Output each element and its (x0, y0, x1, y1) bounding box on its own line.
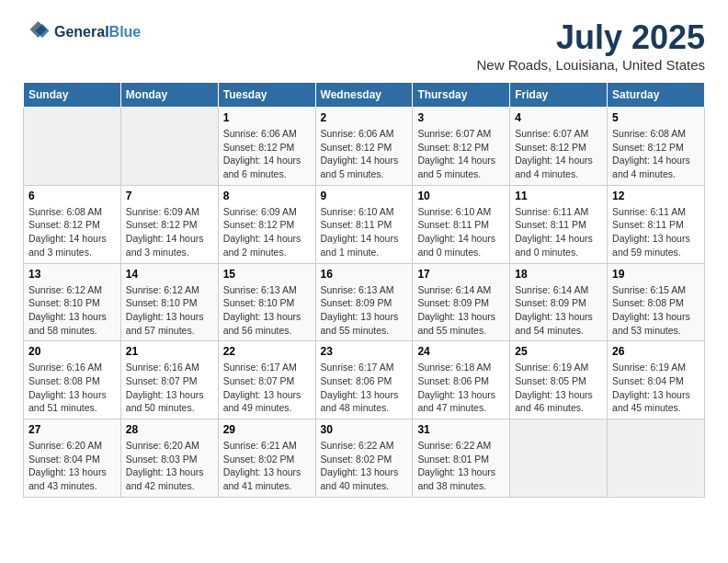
day-cell: 30Sunrise: 6:22 AMSunset: 8:02 PMDayligh… (315, 419, 413, 498)
day-info: Sunrise: 6:18 AMSunset: 8:06 PMDaylight:… (417, 361, 505, 415)
week-row-4: 20Sunrise: 6:16 AMSunset: 8:08 PMDayligh… (24, 341, 705, 419)
day-info: Sunrise: 6:06 AMSunset: 8:12 PMDaylight:… (223, 127, 311, 181)
day-info: Sunrise: 6:13 AMSunset: 8:10 PMDaylight:… (223, 283, 311, 338)
day-number: 24 (417, 345, 505, 358)
calendar-table: SundayMondayTuesdayWednesdayThursdayFrid… (23, 82, 705, 498)
day-info: Sunrise: 6:06 AMSunset: 8:12 PMDaylight:… (321, 127, 408, 181)
day-info: Sunrise: 6:20 AMSunset: 8:03 PMDaylight:… (126, 439, 213, 493)
day-number: 27 (28, 423, 116, 436)
day-cell (608, 419, 705, 498)
day-info: Sunrise: 6:10 AMSunset: 8:11 PMDaylight:… (417, 205, 505, 259)
day-number: 10 (417, 190, 505, 202)
day-cell (24, 108, 121, 186)
day-cell: 7Sunrise: 6:09 AMSunset: 8:12 PMDaylight… (120, 185, 218, 263)
day-cell: 5Sunrise: 6:08 AMSunset: 8:12 PMDaylight… (608, 108, 705, 186)
day-info: Sunrise: 6:13 AMSunset: 8:09 PMDaylight:… (321, 283, 408, 338)
day-cell: 31Sunrise: 6:22 AMSunset: 8:01 PMDayligh… (413, 419, 510, 498)
day-cell: 20Sunrise: 6:16 AMSunset: 8:08 PMDayligh… (24, 341, 121, 419)
day-number: 23 (321, 345, 408, 358)
day-number: 9 (321, 190, 408, 202)
day-info: Sunrise: 6:07 AMSunset: 8:12 PMDaylight:… (417, 127, 505, 181)
day-number: 1 (223, 111, 311, 124)
page-header: GeneralBlue July 2025 New Roads, Louisia… (23, 18, 705, 73)
day-info: Sunrise: 6:08 AMSunset: 8:12 PMDaylight:… (612, 127, 700, 181)
day-info: Sunrise: 6:14 AMSunset: 8:09 PMDaylight:… (417, 283, 505, 338)
day-info: Sunrise: 6:17 AMSunset: 8:07 PMDaylight:… (223, 361, 311, 415)
day-info: Sunrise: 6:16 AMSunset: 8:08 PMDaylight:… (28, 361, 116, 415)
day-info: Sunrise: 6:08 AMSunset: 8:12 PMDaylight:… (28, 205, 116, 259)
calendar-header: SundayMondayTuesdayWednesdayThursdayFrid… (24, 83, 705, 108)
day-cell: 8Sunrise: 6:09 AMSunset: 8:12 PMDaylight… (218, 185, 315, 263)
header-cell-friday: Friday (510, 83, 608, 108)
day-cell: 14Sunrise: 6:12 AMSunset: 8:10 PMDayligh… (120, 263, 218, 341)
day-number: 28 (126, 423, 213, 436)
day-cell: 26Sunrise: 6:19 AMSunset: 8:04 PMDayligh… (608, 341, 705, 419)
day-cell: 22Sunrise: 6:17 AMSunset: 8:07 PMDayligh… (218, 341, 315, 419)
day-cell: 15Sunrise: 6:13 AMSunset: 8:10 PMDayligh… (218, 263, 315, 341)
logo-text: GeneralBlue (54, 23, 141, 40)
day-number: 7 (126, 190, 213, 202)
week-row-3: 13Sunrise: 6:12 AMSunset: 8:10 PMDayligh… (24, 263, 705, 341)
day-number: 30 (321, 423, 408, 436)
day-info: Sunrise: 6:14 AMSunset: 8:09 PMDaylight:… (515, 283, 602, 338)
day-cell: 4Sunrise: 6:07 AMSunset: 8:12 PMDaylight… (510, 108, 608, 186)
day-info: Sunrise: 6:09 AMSunset: 8:12 PMDaylight:… (223, 205, 311, 259)
day-cell: 2Sunrise: 6:06 AMSunset: 8:12 PMDaylight… (315, 108, 413, 186)
day-info: Sunrise: 6:11 AMSunset: 8:11 PMDaylight:… (612, 205, 700, 259)
day-number: 8 (223, 190, 311, 202)
month-title: July 2025 (477, 18, 705, 57)
day-cell (120, 108, 218, 186)
day-number: 22 (223, 345, 311, 358)
day-info: Sunrise: 6:10 AMSunset: 8:11 PMDaylight:… (321, 205, 408, 259)
day-cell: 25Sunrise: 6:19 AMSunset: 8:05 PMDayligh… (510, 341, 608, 419)
day-info: Sunrise: 6:12 AMSunset: 8:10 PMDaylight:… (28, 283, 116, 338)
day-info: Sunrise: 6:22 AMSunset: 8:01 PMDaylight:… (417, 439, 505, 493)
location-title: New Roads, Louisiana, United States (477, 57, 705, 73)
day-cell: 18Sunrise: 6:14 AMSunset: 8:09 PMDayligh… (510, 263, 608, 341)
day-info: Sunrise: 6:21 AMSunset: 8:02 PMDaylight:… (223, 439, 311, 493)
day-number: 4 (515, 111, 602, 124)
day-info: Sunrise: 6:17 AMSunset: 8:06 PMDaylight:… (321, 361, 408, 415)
day-info: Sunrise: 6:16 AMSunset: 8:07 PMDaylight:… (126, 361, 213, 415)
title-block: July 2025 New Roads, Louisiana, United S… (477, 18, 705, 73)
header-cell-tuesday: Tuesday (218, 83, 315, 108)
day-cell: 1Sunrise: 6:06 AMSunset: 8:12 PMDaylight… (218, 108, 315, 186)
day-number: 11 (515, 190, 602, 202)
day-number: 13 (28, 268, 116, 281)
day-number: 15 (223, 268, 311, 281)
day-number: 31 (417, 423, 505, 436)
day-cell: 9Sunrise: 6:10 AMSunset: 8:11 PMDaylight… (315, 185, 413, 263)
day-cell: 27Sunrise: 6:20 AMSunset: 8:04 PMDayligh… (24, 419, 121, 498)
day-info: Sunrise: 6:11 AMSunset: 8:11 PMDaylight:… (515, 205, 602, 259)
day-number: 26 (612, 345, 700, 358)
day-cell: 13Sunrise: 6:12 AMSunset: 8:10 PMDayligh… (24, 263, 121, 341)
day-info: Sunrise: 6:09 AMSunset: 8:12 PMDaylight:… (126, 205, 213, 259)
day-cell: 16Sunrise: 6:13 AMSunset: 8:09 PMDayligh… (315, 263, 413, 341)
day-number: 21 (126, 345, 213, 358)
week-row-5: 27Sunrise: 6:20 AMSunset: 8:04 PMDayligh… (24, 419, 705, 498)
header-cell-monday: Monday (120, 83, 218, 108)
day-number: 29 (223, 423, 311, 436)
day-cell: 21Sunrise: 6:16 AMSunset: 8:07 PMDayligh… (120, 341, 218, 419)
day-number: 12 (612, 190, 700, 202)
day-number: 5 (612, 111, 700, 124)
day-info: Sunrise: 6:15 AMSunset: 8:08 PMDaylight:… (612, 283, 700, 338)
calendar-body: 1Sunrise: 6:06 AMSunset: 8:12 PMDaylight… (24, 108, 705, 498)
day-cell: 12Sunrise: 6:11 AMSunset: 8:11 PMDayligh… (608, 185, 705, 263)
week-row-1: 1Sunrise: 6:06 AMSunset: 8:12 PMDaylight… (24, 108, 705, 186)
day-number: 19 (612, 268, 700, 281)
day-number: 14 (126, 268, 213, 281)
day-number: 20 (28, 345, 116, 358)
day-number: 25 (515, 345, 602, 358)
week-row-2: 6Sunrise: 6:08 AMSunset: 8:12 PMDaylight… (24, 185, 705, 263)
day-info: Sunrise: 6:20 AMSunset: 8:04 PMDaylight:… (28, 439, 116, 493)
day-number: 6 (28, 190, 116, 202)
day-cell: 10Sunrise: 6:10 AMSunset: 8:11 PMDayligh… (413, 185, 510, 263)
day-cell: 28Sunrise: 6:20 AMSunset: 8:03 PMDayligh… (120, 419, 218, 498)
day-cell: 19Sunrise: 6:15 AMSunset: 8:08 PMDayligh… (608, 263, 705, 341)
header-cell-sunday: Sunday (24, 83, 121, 108)
day-cell (510, 419, 608, 498)
day-number: 16 (321, 268, 408, 281)
day-cell: 23Sunrise: 6:17 AMSunset: 8:06 PMDayligh… (315, 341, 413, 419)
day-cell: 17Sunrise: 6:14 AMSunset: 8:09 PMDayligh… (413, 263, 510, 341)
